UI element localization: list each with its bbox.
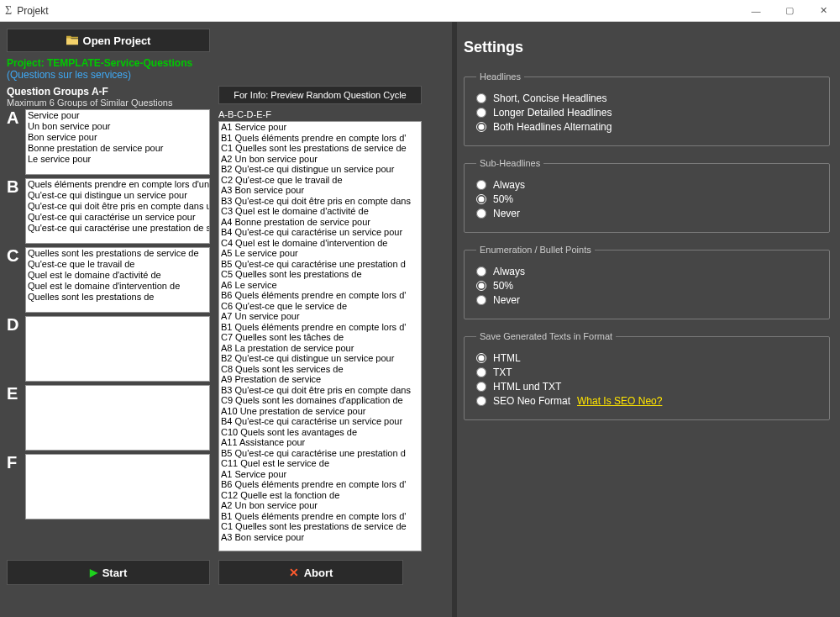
headlines-label: Longer Detailed Headlines <box>493 107 612 119</box>
group-textarea-b[interactable]: Quels éléments prendre en compte lors d'… <box>25 178 210 244</box>
group-line: Quels éléments prendre en compte lors d'… <box>26 179 209 190</box>
group-line: Qu'est-ce qui distingue un service pour <box>26 190 209 201</box>
preview-line: B2 Qu'est-ce qui distingue un service po… <box>219 353 421 364</box>
bullets-radio[interactable] <box>476 266 486 277</box>
headlines-option[interactable]: Longer Detailed Headlines <box>476 107 817 119</box>
subheadlines-radio[interactable] <box>476 180 486 190</box>
preview-list[interactable]: A1 Service pourB1 Quels éléments prendre… <box>218 121 422 551</box>
preview-line: B4 Qu'est-ce qui caractérise un service … <box>219 416 421 427</box>
group-line: Le service pour <box>26 154 209 165</box>
group-line: Quelles sont les prestations de <box>26 292 209 303</box>
preview-line: A4 Bonne prestation de service pour <box>219 217 421 228</box>
group-line: Quel est le domaine d'activité de <box>26 270 209 281</box>
saveformat-label: HTML <box>493 352 521 364</box>
saveformat-option[interactable]: HTML und TXT <box>476 381 817 393</box>
group-textarea-a[interactable]: Service pourUn bon service pourBon servi… <box>25 109 210 175</box>
fieldset-bullets: Enumeration / Bullet Points Always50%Nev… <box>464 245 830 319</box>
preview-line: B1 Quels éléments prendre en compte lors… <box>219 322 421 333</box>
preview-line: C12 Quelle est la fonction de <box>219 490 421 501</box>
bullets-label: Always <box>493 266 525 277</box>
group-letter-c: C <box>7 247 25 264</box>
subheadlines-radio[interactable] <box>476 194 486 204</box>
saveformat-label: TXT <box>493 367 512 378</box>
groups-heading: Question Groups A-F <box>7 86 210 98</box>
start-button[interactable]: ▶ Start <box>7 560 210 585</box>
seo-neo-link[interactable]: What Is SEO Neo? <box>577 395 662 407</box>
preview-line: C10 Quels sont les avantages de <box>219 427 421 438</box>
bullets-label: Never <box>493 294 520 306</box>
saveformat-radio[interactable] <box>476 353 486 363</box>
group-textarea-c[interactable]: Quelles sont les prestations de service … <box>25 247 210 313</box>
legend-bullets: Enumeration / Bullet Points <box>476 245 595 255</box>
group-line: Qu'est-ce qui doit être pris en compte d… <box>26 201 209 212</box>
bullets-option[interactable]: Always <box>476 266 817 277</box>
headlines-option[interactable]: Both Headlines Alternating <box>476 121 817 133</box>
abcdef-label: A-B-C-D-E-F <box>218 109 422 119</box>
settings-title: Settings <box>464 39 830 56</box>
preview-line: C4 Quel est le domaine d'intervention de <box>219 238 421 249</box>
preview-line: C8 Quels sont les services de <box>219 364 421 375</box>
group-textarea-f[interactable] <box>25 454 210 519</box>
abort-button[interactable]: ✕ Abort <box>218 560 403 585</box>
headlines-label: Both Headlines Alternating <box>493 121 612 133</box>
saveformat-radio[interactable] <box>476 396 486 406</box>
preview-line: A3 Bon service pour <box>219 185 421 196</box>
bullets-option[interactable]: Never <box>476 294 817 306</box>
group-textarea-d[interactable] <box>25 316 210 382</box>
headlines-radio[interactable] <box>476 93 486 103</box>
group-line: Qu'est-ce que le travail de <box>26 259 209 270</box>
minimize-button[interactable]: — <box>739 0 773 22</box>
subheadlines-label: Always <box>493 179 525 191</box>
preview-cycle-button[interactable]: For Info: Preview Random Question Cycle <box>218 86 422 104</box>
preview-line: B5 Qu'est-ce qui caractérise une prestat… <box>219 259 421 270</box>
group-row-e: E <box>7 385 210 451</box>
saveformat-option[interactable]: TXT <box>476 367 817 378</box>
preview-line: C5 Quelles sont les prestations de <box>219 269 421 280</box>
preview-line: B1 Quels éléments prendre en compte lors… <box>219 511 421 522</box>
saveformat-option[interactable]: SEO Neo FormatWhat Is SEO Neo? <box>476 395 817 407</box>
bullets-radio[interactable] <box>476 295 486 305</box>
saveformat-radio[interactable] <box>476 367 486 377</box>
main-container: Open Project Project: TEMPLATE-Service-Q… <box>0 22 840 617</box>
group-letter-b: B <box>7 178 25 195</box>
group-line: Quel est le domaine d'intervention de <box>26 281 209 292</box>
saveformat-radio[interactable] <box>476 382 486 392</box>
group-line: Service pour <box>26 110 209 121</box>
group-line: Bonne prestation de service pour <box>26 143 209 154</box>
preview-line: A1 Service pour <box>219 469 421 480</box>
group-line: Un bon service pour <box>26 121 209 132</box>
bullets-radio[interactable] <box>476 281 486 291</box>
preview-line: B4 Qu'est-ce qui caractérise un service … <box>219 227 421 238</box>
close-button[interactable]: ✕ <box>806 0 840 22</box>
preview-cycle-label: For Info: Preview Random Question Cycle <box>234 90 406 100</box>
group-line: Qu'est-ce qui caractérise un service pou… <box>26 212 209 223</box>
headlines-radio[interactable] <box>476 122 486 132</box>
bullets-option[interactable]: 50% <box>476 280 817 292</box>
headlines-option[interactable]: Short, Concise Headlines <box>476 92 817 104</box>
group-row-a: AService pourUn bon service pourBon serv… <box>7 109 210 175</box>
subheadlines-option[interactable]: Never <box>476 208 817 219</box>
preview-line: C3 Quel est le domaine d'activité de <box>219 206 421 217</box>
headlines-radio[interactable] <box>476 108 486 118</box>
window-title: Projekt <box>17 5 48 17</box>
preview-line: C1 Quelles sont les prestations de servi… <box>219 521 421 532</box>
preview-line: B2 Qu'est-ce qui distingue un service po… <box>219 164 421 175</box>
group-row-f: F <box>7 454 210 519</box>
group-letter-d: D <box>7 316 25 333</box>
open-project-label: Open Project <box>83 34 151 47</box>
subheadlines-radio[interactable] <box>476 208 486 219</box>
group-line: Bon service pour <box>26 132 209 143</box>
saveformat-option[interactable]: HTML <box>476 352 817 364</box>
legend-headlines: Headlines <box>476 71 524 82</box>
preview-line: C9 Quels sont les domaines d'application… <box>219 395 421 406</box>
preview-line: B3 Qu'est-ce qui doit être pris en compt… <box>219 196 421 207</box>
subheadlines-option[interactable]: 50% <box>476 193 817 205</box>
maximize-button[interactable]: ▢ <box>773 0 806 22</box>
group-row-b: BQuels éléments prendre en compte lors d… <box>7 178 210 244</box>
group-textarea-e[interactable] <box>25 385 210 451</box>
preview-line: A9 Prestation de service <box>219 374 421 385</box>
preview-line: A8 La prestation de service pour <box>219 343 421 354</box>
subheadlines-option[interactable]: Always <box>476 179 817 191</box>
open-project-button[interactable]: Open Project <box>7 29 210 52</box>
groups-column: Question Groups A-F Maximum 6 Groups of … <box>7 86 210 551</box>
